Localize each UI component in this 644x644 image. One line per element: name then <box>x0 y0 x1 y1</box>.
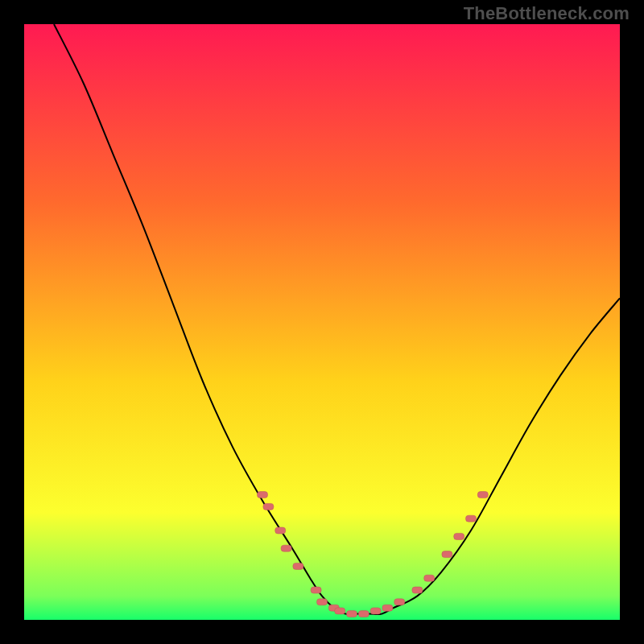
overlay-point <box>275 527 286 534</box>
bottleneck-chart <box>24 24 620 620</box>
overlay-point <box>317 599 328 605</box>
overlay-point <box>293 563 303 569</box>
overlay-point <box>263 503 274 510</box>
overlay-point <box>311 587 321 593</box>
overlay-point <box>335 608 345 614</box>
overlay-point <box>347 611 357 617</box>
overlay-point <box>442 551 452 558</box>
overlay-point <box>466 515 477 522</box>
overlay-point <box>358 611 369 617</box>
overlay-point <box>370 608 381 614</box>
overlay-point <box>477 492 488 498</box>
plot-area <box>24 24 620 620</box>
overlay-point <box>382 605 393 611</box>
overlay-point <box>412 587 423 593</box>
overlay-point <box>424 575 435 581</box>
overlay-point <box>281 545 291 551</box>
overlay-point <box>258 492 268 498</box>
overlay-point <box>394 599 405 605</box>
chart-container: TheBottleneck.com <box>0 0 644 644</box>
overlay-point <box>454 533 464 539</box>
gradient-background <box>24 24 620 620</box>
watermark-text: TheBottleneck.com <box>464 3 630 24</box>
